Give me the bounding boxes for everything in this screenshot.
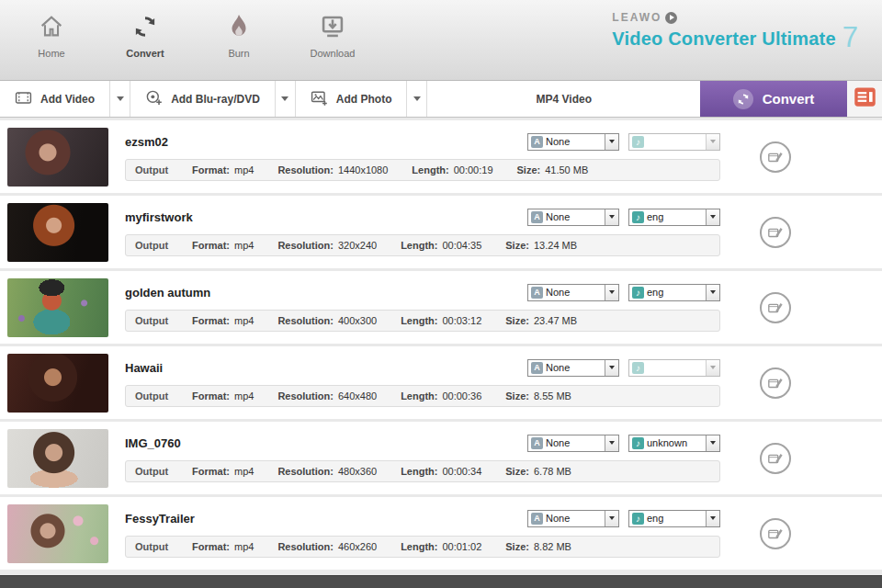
output-panel-toggle[interactable] [847,81,882,117]
bottom-status-bar [0,575,882,588]
video-thumbnail [7,504,108,563]
edit-icon [767,149,784,165]
add-video-label: Add Video [40,93,95,106]
subtitle-dropdown[interactable]: A None [527,209,619,226]
video-thumbnail [7,278,108,337]
edit-icon [767,450,784,467]
panel-toggle-icon [853,85,877,113]
output-info-bar: Output Format:mp4 Resolution:640x480 Len… [125,385,720,407]
video-thumbnail [7,354,108,413]
video-row[interactable]: golden autumn A None ♪ eng [0,271,882,344]
output-info-bar: Output Format:mp4 Resolution:400x300 Len… [125,310,720,332]
convert-icon [132,11,158,42]
video-row[interactable]: Hawaii A None ♪ [0,346,882,419]
convert-button[interactable]: Convert [700,81,847,117]
nav-home-label: Home [38,48,64,59]
nav-download[interactable]: Download [303,11,362,59]
output-info-bar: Output Format:mp4 Resolution:480x360 Len… [125,460,720,482]
brand-logo-icon [665,12,677,24]
output-info-bar: Output Format:mp4 Resolution:1440x1080 L… [125,159,720,181]
subtitle-dropdown[interactable]: A None [527,284,619,301]
video-list: ezsm02 A None ♪ [0,118,882,575]
add-video-dropdown-caret[interactable] [110,81,130,117]
audio-dropdown[interactable]: ♪ eng [628,284,720,301]
toolbar: Add Video Add Blu-ray/DVD Add Photo MP4 … [0,81,882,118]
chevron-down-icon [605,511,618,526]
video-title: ezsm02 [125,135,168,149]
nav-convert[interactable]: Convert [116,11,175,59]
chevron-down-icon [706,134,719,150]
nav-burn[interactable]: Burn [209,11,268,59]
video-thumbnail [7,203,108,262]
audio-dropdown[interactable]: ♪ unknown [628,435,720,452]
header: Home Convert Burn Download [0,0,882,81]
chevron-down-icon [706,360,719,376]
add-bluray-button[interactable]: Add Blu-ray/DVD [130,81,276,117]
music-note-icon: ♪ [632,437,644,449]
nav-home[interactable]: Home [22,11,81,59]
video-thumbnail [7,429,108,488]
chevron-down-icon [706,209,719,225]
burn-icon [227,11,251,42]
brand-version: 7 [842,26,858,50]
subtitle-icon: A [531,211,543,223]
edit-button[interactable] [760,518,791,549]
nav-burn-label: Burn [228,48,249,59]
output-format-selector[interactable]: MP4 Video [427,81,700,117]
chevron-down-icon [605,435,618,451]
subtitle-icon: A [531,287,543,299]
music-note-icon: ♪ [632,362,644,374]
edit-button[interactable] [760,217,791,248]
video-title: golden autumn [125,286,210,300]
video-thumbnail [7,128,108,187]
add-photo-button[interactable]: Add Photo [296,81,408,117]
app-window: Home Convert Burn Download [0,0,882,588]
nav-download-label: Download [311,48,356,59]
video-title: IMG_0760 [125,436,181,450]
subtitle-dropdown[interactable]: A None [527,510,619,527]
subtitle-dropdown[interactable]: A None [527,435,619,452]
video-row[interactable]: FessyTrailer A None ♪ eng [0,497,882,570]
brand-title: Video Converter Ultimate [612,28,835,50]
subtitle-icon: A [531,362,543,374]
chevron-down-icon [605,209,618,225]
video-row[interactable]: myfirstwork A None ♪ eng [0,196,882,268]
edit-icon [767,526,784,542]
brand: LEAWO Video Converter Ultimate 7 [612,11,858,50]
convert-button-label: Convert [763,91,815,107]
edit-button[interactable] [760,443,791,474]
audio-dropdown[interactable]: ♪ [628,133,720,151]
add-video-button[interactable]: Add Video [0,81,110,117]
audio-dropdown[interactable]: ♪ [628,359,720,377]
add-bluray-dropdown-caret[interactable] [276,81,296,117]
add-photo-icon [311,89,328,109]
nav-convert-label: Convert [126,48,164,59]
add-bluray-label: Add Blu-ray/DVD [171,93,260,106]
output-info-bar: Output Format:mp4 Resolution:460x260 Len… [125,536,720,558]
edit-button[interactable] [760,368,791,399]
add-bluray-icon [145,89,163,109]
audio-dropdown[interactable]: ♪ eng [628,510,720,527]
main-nav: Home Convert Burn Download [22,11,362,59]
chevron-down-icon [605,285,618,300]
subtitle-icon: A [531,437,543,449]
add-video-icon [15,89,32,109]
edit-button[interactable] [760,292,791,323]
edit-icon [767,375,784,391]
video-row[interactable]: ezsm02 A None ♪ [0,120,882,193]
video-title: myfirstwork [125,210,193,224]
subtitle-dropdown[interactable]: A None [527,133,619,151]
audio-dropdown[interactable]: ♪ eng [628,209,720,226]
add-photo-label: Add Photo [336,93,392,106]
add-photo-dropdown-caret[interactable] [407,81,427,117]
edit-button[interactable] [760,141,791,173]
chevron-down-icon [706,511,719,526]
video-row[interactable]: IMG_0760 A None ♪ unknown [0,422,882,494]
subtitle-dropdown[interactable]: A None [527,359,619,377]
video-title: FessyTrailer [125,512,195,526]
music-note-icon: ♪ [632,287,644,299]
output-info-bar: Output Format:mp4 Resolution:320x240 Len… [125,234,720,256]
subtitle-icon: A [531,136,543,148]
music-note-icon: ♪ [632,211,644,223]
video-title: Hawaii [125,361,163,375]
